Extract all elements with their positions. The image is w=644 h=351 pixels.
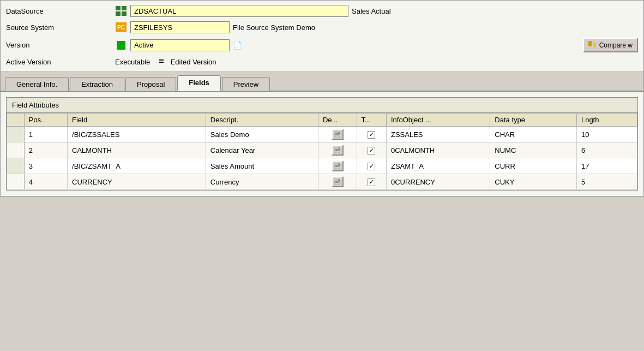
cell-datatype-2: NUMC xyxy=(490,142,577,158)
checkbox-2: ✓ xyxy=(368,147,375,154)
executable-label: Executable xyxy=(115,58,150,66)
fields-table: Pos. Field Descript. De... T... InfoObje… xyxy=(7,113,637,190)
source-system-desc: File Source System Demo xyxy=(233,23,315,32)
compare-icon xyxy=(588,40,597,50)
version-label: Version xyxy=(6,41,115,49)
cell-t-3: ✓ xyxy=(357,158,386,174)
table-row: 2 CALMONTH Calendar Year xyxy=(7,142,637,158)
cell-field-3: /BIC/ZSAMT_A xyxy=(68,158,206,174)
compare-button[interactable]: Compare w xyxy=(583,38,638,52)
cell-datatype-3: CURR xyxy=(490,158,577,174)
table-row: 3 /BIC/ZSAMT_A Sales Amount xyxy=(7,158,637,174)
cell-infoobject-3: ZSAMT_A xyxy=(386,158,490,174)
edit-button-3[interactable] xyxy=(332,160,344,171)
row-selector-1 xyxy=(7,127,25,142)
col-header-de: De... xyxy=(318,114,357,127)
cell-field-2: CALMONTH xyxy=(68,142,206,158)
cell-t-2: ✓ xyxy=(357,142,386,158)
source-system-input[interactable] xyxy=(130,21,230,33)
svg-rect-3 xyxy=(122,11,127,16)
cell-de-3 xyxy=(318,158,357,174)
active-version-label: Active Version xyxy=(6,58,115,66)
row-selector-3 xyxy=(7,158,25,174)
cell-descript-2: Calendar Year xyxy=(206,142,318,158)
svg-rect-2 xyxy=(116,11,121,16)
col-header-field: Field xyxy=(68,114,206,127)
tab-preview[interactable]: Preview xyxy=(222,77,270,91)
svg-text:PC: PC xyxy=(117,25,125,31)
header-section: DataSource Sales Actual Source System xyxy=(1,1,643,72)
svg-rect-1 xyxy=(122,6,127,10)
cell-datatype-4: CUKY xyxy=(490,174,577,190)
cell-lngth-4: 5 xyxy=(576,174,637,190)
tab-general-info[interactable]: General Info. xyxy=(5,77,69,91)
row-selector-4 xyxy=(7,174,25,190)
table-row: 1 /BIC/ZSSALES Sales Demo xyxy=(7,127,637,142)
cell-de-1 xyxy=(318,127,357,142)
field-attributes-box: Field Attributes Pos. Field Descript. De… xyxy=(6,97,638,191)
cell-t-4: ✓ xyxy=(357,174,386,190)
col-header-pos: Pos. xyxy=(24,114,67,127)
cell-infoobject-1: ZSSALES xyxy=(386,127,490,142)
source-system-icon: PC xyxy=(115,22,127,33)
active-version-row: Active Version Executable = Edited Versi… xyxy=(5,55,639,69)
cell-descript-1: Sales Demo xyxy=(206,127,318,142)
cell-infoobject-4: 0CURRENCY xyxy=(386,174,490,190)
svg-rect-8 xyxy=(593,42,596,47)
datasource-icon xyxy=(115,5,127,16)
source-system-value-row: PC File Source System Demo xyxy=(115,21,638,33)
cell-lngth-3: 17 xyxy=(576,158,637,174)
svg-rect-7 xyxy=(588,41,592,46)
cell-field-1: /BIC/ZSSALES xyxy=(68,127,206,142)
col-header-selector xyxy=(7,114,25,127)
cell-pos-4: 4 xyxy=(24,174,67,190)
cell-pos-2: 2 xyxy=(24,142,67,158)
cell-pos-1: 1 xyxy=(24,127,67,142)
cell-lngth-2: 6 xyxy=(576,142,637,158)
table-wrapper: Pos. Field Descript. De... T... InfoObje… xyxy=(7,113,637,190)
field-attributes-header: Field Attributes xyxy=(7,98,637,113)
datasource-value-row: Sales Actual xyxy=(115,5,638,17)
cell-infoobject-2: 0CALMONTH xyxy=(386,142,490,158)
cell-datatype-1: CHAR xyxy=(490,127,577,142)
cell-descript-3: Sales Amount xyxy=(206,158,318,174)
version-row: Version 📄 Compare w xyxy=(5,35,639,55)
cell-t-1: ✓ xyxy=(357,127,386,142)
tab-extraction[interactable]: Extraction xyxy=(70,77,124,91)
col-header-infoobject: InfoObject ... xyxy=(386,114,490,127)
main-container: DataSource Sales Actual Source System xyxy=(0,0,644,197)
col-header-descript: Descript. xyxy=(206,114,318,127)
edit-button-4[interactable] xyxy=(332,176,344,187)
cell-de-2 xyxy=(318,142,357,158)
col-header-lngth: Lngth xyxy=(576,114,637,127)
tab-proposal[interactable]: Proposal xyxy=(125,77,176,91)
svg-rect-6 xyxy=(117,41,125,50)
edited-version-label: Edited Version xyxy=(171,58,216,66)
cell-field-4: CURRENCY xyxy=(68,174,206,190)
version-value-row: 📄 xyxy=(115,39,583,51)
edit-button-1[interactable] xyxy=(332,129,344,140)
cell-lngth-1: 10 xyxy=(576,127,637,142)
source-system-label: Source System xyxy=(6,23,115,32)
col-header-datatype: Data type xyxy=(490,114,577,127)
note-icon[interactable]: 📄 xyxy=(233,41,242,50)
datasource-label: DataSource xyxy=(6,7,115,15)
checkbox-1: ✓ xyxy=(368,131,375,139)
row-selector-2 xyxy=(7,142,25,158)
svg-rect-0 xyxy=(116,6,121,10)
edit-button-2[interactable] xyxy=(332,145,344,156)
cell-descript-4: Currency xyxy=(206,174,318,190)
source-system-row: Source System PC File Source System Demo xyxy=(5,19,639,35)
datasource-input[interactable] xyxy=(130,5,348,17)
version-input[interactable] xyxy=(130,39,230,51)
content-section: Field Attributes Pos. Field Descript. De… xyxy=(1,92,643,196)
tabs-section: General Info. Extraction Proposal Fields… xyxy=(1,72,643,92)
checkbox-4: ✓ xyxy=(368,179,375,186)
compare-label: Compare w xyxy=(599,41,633,49)
tab-fields[interactable]: Fields xyxy=(177,75,221,91)
datasource-row: DataSource Sales Actual xyxy=(5,3,639,19)
datasource-desc: Sales Actual xyxy=(352,7,391,15)
cell-pos-3: 3 xyxy=(24,158,67,174)
checkbox-3: ✓ xyxy=(368,163,375,170)
table-row: 4 CURRENCY Currency xyxy=(7,174,637,190)
